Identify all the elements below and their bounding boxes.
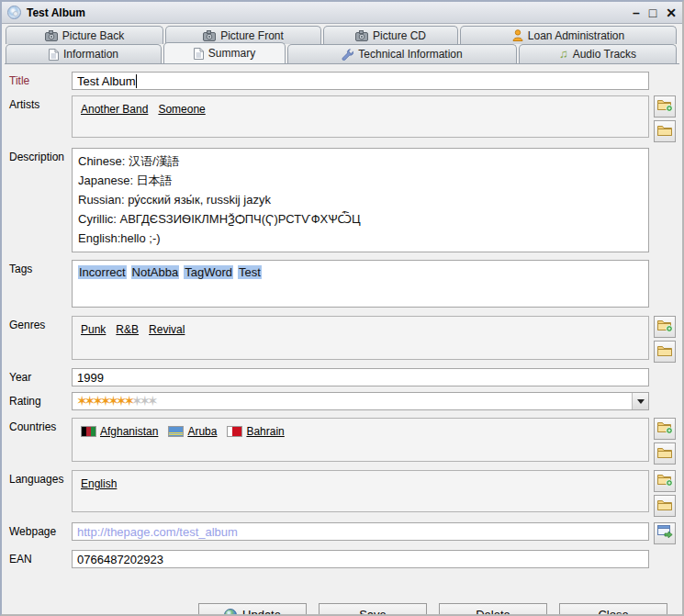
tab-strip: Picture Back Picture Front Picture CD Lo… bbox=[2, 24, 682, 64]
save-button-label: Save bbox=[359, 608, 387, 616]
person-icon bbox=[512, 29, 523, 41]
languages-label: Languages bbox=[9, 470, 72, 517]
rating-stars[interactable]: ✶✶✶✶✶✶✶✶✶✶ bbox=[73, 393, 632, 409]
ean-input[interactable] bbox=[72, 550, 649, 568]
open-webpage-button[interactable] bbox=[654, 522, 676, 544]
folder-add-icon bbox=[657, 473, 673, 489]
rating-combobox[interactable]: ✶✶✶✶✶✶✶✶✶✶ bbox=[72, 392, 649, 410]
tab-loan-administration[interactable]: Loan Administration bbox=[460, 26, 677, 44]
add-language-button[interactable] bbox=[654, 470, 676, 492]
tag-item[interactable]: Incorrect bbox=[78, 265, 127, 279]
maximize-button[interactable]: □ bbox=[649, 6, 656, 19]
genre-link[interactable]: R&B bbox=[116, 323, 139, 336]
save-button[interactable]: Save bbox=[319, 603, 427, 616]
description-label: Description bbox=[9, 148, 72, 252]
title-bar: Test Album – □ ✕ bbox=[2, 2, 682, 24]
description-textarea[interactable]: Chinese: 汉语/漢語 Japanese: 日本語 Russian: ру… bbox=[72, 148, 649, 252]
action-button-bar: Update Save Delete Close bbox=[9, 574, 677, 616]
tab-technical-information[interactable]: Technical Information bbox=[287, 44, 517, 63]
folder-icon bbox=[657, 344, 673, 360]
artist-link[interactable]: Another Band bbox=[81, 103, 148, 116]
album-editor-window: Test Album – □ ✕ Picture Back Picture Fr… bbox=[0, 0, 684, 616]
afghanistan-flag-icon bbox=[81, 426, 96, 437]
window-title: Test Album bbox=[27, 6, 633, 19]
rating-label: Rating bbox=[9, 392, 72, 410]
add-country-button[interactable] bbox=[654, 418, 676, 440]
tag-item[interactable]: TagWord bbox=[184, 265, 233, 279]
ean-label: EAN bbox=[9, 550, 72, 568]
music-note-icon: ♫ bbox=[559, 49, 568, 60]
countries-panel: Afghanistan Aruba Bahrain bbox=[72, 418, 649, 462]
country-item[interactable]: Bahrain bbox=[227, 425, 284, 438]
genre-link[interactable]: Revival bbox=[149, 323, 185, 336]
folder-add-icon bbox=[657, 98, 673, 115]
year-input[interactable] bbox=[72, 368, 649, 386]
tag-item[interactable]: NotAbba bbox=[131, 265, 180, 279]
close-button[interactable]: Close bbox=[559, 603, 667, 616]
tab-label: Information bbox=[63, 48, 118, 61]
open-country-button[interactable] bbox=[654, 442, 676, 465]
webpage-input[interactable] bbox=[72, 522, 649, 541]
title-input[interactable] bbox=[72, 72, 649, 90]
tab-label: Loan Administration bbox=[528, 29, 624, 42]
artist-link[interactable]: Someone bbox=[158, 103, 205, 116]
folder-icon bbox=[657, 446, 673, 462]
close-window-button[interactable]: ✕ bbox=[666, 6, 677, 19]
genres-label: Genres bbox=[9, 316, 72, 363]
artists-panel: Another Band Someone bbox=[72, 95, 649, 138]
tab-picture-cd[interactable]: Picture CD bbox=[323, 26, 458, 44]
tab-row-1: Picture Back Picture Front Picture CD Lo… bbox=[2, 26, 682, 44]
tab-label: Audio Tracks bbox=[573, 48, 636, 61]
language-link[interactable]: English bbox=[81, 477, 117, 490]
country-link[interactable]: Bahrain bbox=[246, 425, 284, 438]
genres-panel: Punk R&B Revival bbox=[72, 316, 649, 360]
tag-item[interactable]: Test bbox=[238, 265, 262, 279]
rating-stars-filled: ✶✶✶✶✶✶✶ bbox=[76, 393, 131, 409]
tab-label: Summary bbox=[208, 47, 255, 60]
webpage-label: Webpage bbox=[9, 522, 72, 544]
country-link[interactable]: Afghanistan bbox=[100, 425, 158, 438]
tab-picture-back[interactable]: Picture Back bbox=[6, 26, 163, 44]
tags-field[interactable]: IncorrectNotAbbaTagWordTest bbox=[72, 260, 649, 308]
tab-picture-front[interactable]: Picture Front bbox=[165, 26, 321, 44]
tags-label: Tags bbox=[9, 260, 72, 308]
open-language-button[interactable] bbox=[654, 495, 676, 517]
country-link[interactable]: Aruba bbox=[187, 425, 217, 438]
add-genre-button[interactable] bbox=[654, 316, 676, 338]
country-item[interactable]: Afghanistan bbox=[81, 425, 158, 438]
tab-label: Picture Back bbox=[62, 29, 124, 42]
tab-label: Technical Information bbox=[358, 48, 462, 61]
tab-row-2: Information Summary Technical Informatio… bbox=[2, 44, 682, 63]
folder-icon bbox=[657, 498, 673, 514]
artists-label: Artists bbox=[9, 95, 72, 142]
tab-pane-border bbox=[5, 63, 679, 64]
tab-audio-tracks[interactable]: ♫ Audio Tracks bbox=[519, 44, 677, 63]
add-artist-button[interactable] bbox=[654, 95, 676, 118]
folder-icon bbox=[657, 124, 673, 140]
minimize-button[interactable]: – bbox=[633, 6, 640, 19]
update-button-label: Update bbox=[242, 608, 281, 616]
camera-icon bbox=[203, 30, 216, 41]
tab-label: Picture CD bbox=[373, 29, 426, 42]
countries-label: Countries bbox=[9, 418, 72, 465]
title-label: Title bbox=[9, 72, 72, 90]
languages-panel: English bbox=[72, 470, 649, 512]
document-icon bbox=[194, 48, 204, 60]
open-artist-button[interactable] bbox=[654, 120, 676, 142]
open-genre-button[interactable] bbox=[654, 341, 676, 363]
tab-information[interactable]: Information bbox=[6, 44, 162, 63]
country-item[interactable]: Aruba bbox=[168, 425, 217, 438]
summary-form: Title Artists Another Band Someone bbox=[2, 64, 682, 616]
genre-link[interactable]: Punk bbox=[81, 323, 106, 336]
dropdown-arrow-icon[interactable] bbox=[632, 393, 648, 409]
camera-icon bbox=[45, 30, 58, 41]
delete-button-label: Delete bbox=[476, 608, 510, 616]
cd-icon bbox=[7, 6, 21, 19]
camera-icon bbox=[355, 30, 368, 41]
folder-add-icon bbox=[657, 319, 673, 335]
delete-button[interactable]: Delete bbox=[439, 603, 547, 616]
tab-summary[interactable]: Summary bbox=[163, 42, 286, 63]
update-button[interactable]: Update bbox=[198, 603, 307, 616]
close-button-label: Close bbox=[598, 608, 628, 616]
wrench-icon bbox=[342, 49, 353, 61]
